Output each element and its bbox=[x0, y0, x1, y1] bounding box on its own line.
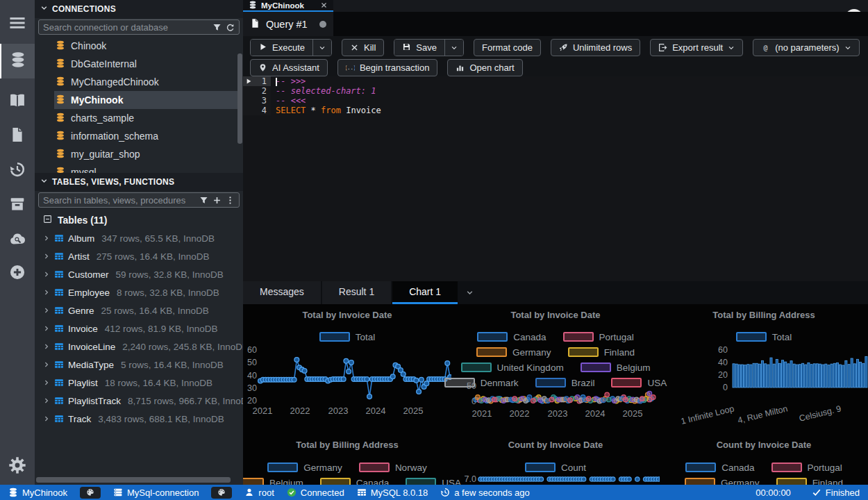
rail-add-circle-button[interactable] bbox=[0, 258, 35, 289]
connections-search-wrap bbox=[35, 18, 243, 37]
toolbar-unlimited-rows-button[interactable]: Unlimited rows bbox=[551, 39, 640, 56]
rail-menu-button[interactable] bbox=[0, 9, 35, 40]
statusbar-mychinook[interactable]: MyChinook bbox=[8, 488, 67, 498]
tables-group-label: Tables (11) bbox=[58, 215, 107, 226]
table-row-artist[interactable]: Artist275 rows, 16.4 KB, InnoDB bbox=[43, 247, 243, 265]
kebab-menu-icon[interactable] bbox=[226, 196, 235, 205]
add-icon[interactable] bbox=[212, 196, 222, 205]
table-name: Track bbox=[68, 414, 91, 424]
result-tab-result-1[interactable]: Result 1 bbox=[322, 281, 391, 304]
chevron-right-icon[interactable] bbox=[43, 325, 50, 332]
button-label: Kill bbox=[364, 42, 376, 53]
toolbar-ai-assistant-button[interactable]: AI Assistant bbox=[250, 59, 328, 76]
svg-text:4, Rue Milton: 4, Rue Milton bbox=[737, 403, 789, 425]
refresh-icon[interactable] bbox=[226, 23, 235, 32]
code-segment: -- <<< bbox=[276, 96, 306, 106]
filter-icon[interactable] bbox=[212, 23, 222, 32]
rail-archive-button[interactable] bbox=[0, 190, 35, 221]
toolbar-kill-button[interactable]: Kill bbox=[342, 39, 384, 56]
chevron-right-icon[interactable] bbox=[43, 397, 50, 404]
toolbar-save-button[interactable]: Save bbox=[394, 40, 444, 56]
connection-item-mysql[interactable]: mysql bbox=[54, 163, 243, 173]
result-tab-chart-1[interactable]: Chart 1 bbox=[392, 281, 458, 304]
result-tab-label: Messages bbox=[260, 286, 304, 297]
result-tab-messages[interactable]: Messages bbox=[243, 281, 321, 304]
tables-group-row[interactable]: Tables (11) bbox=[43, 210, 243, 229]
table-icon bbox=[54, 342, 64, 351]
table-row-album[interactable]: Album347 rows, 65.5 KB, InnoDB bbox=[43, 229, 243, 247]
button-label: AI Assistant bbox=[272, 62, 319, 73]
table-row-track[interactable]: Track3,483 rows, 688.1 KB, InnoDB bbox=[43, 410, 243, 428]
code-segment: * bbox=[306, 106, 321, 115]
tab-query-1[interactable]: Query #1 bbox=[243, 12, 333, 36]
connection-item-charts_sample[interactable]: charts_sample bbox=[54, 109, 243, 127]
connection-item-mychangedchinook[interactable]: MyChangedChinook bbox=[54, 73, 243, 91]
result-tab-label: Result 1 bbox=[339, 286, 374, 297]
chevron-right-icon[interactable] bbox=[43, 289, 50, 296]
filter-icon[interactable] bbox=[199, 196, 208, 205]
chevron-right-icon[interactable] bbox=[43, 343, 50, 350]
table-row-playlist[interactable]: Playlist18 rows, 16.4 KB, InnoDB bbox=[43, 374, 243, 392]
connection-item-dbgateinternal[interactable]: DbGateInternal bbox=[54, 55, 243, 73]
connections-header[interactable]: CONNECTIONS bbox=[35, 0, 243, 18]
tables-hscrollbar-thumb[interactable] bbox=[36, 477, 231, 483]
table-name: PlaylistTrack bbox=[68, 396, 121, 406]
chevron-right-icon[interactable] bbox=[43, 271, 50, 278]
table-row-mediatype[interactable]: MediaType5 rows, 16.4 KB, InnoDB bbox=[43, 356, 243, 374]
table-row-genre[interactable]: Genre25 rows, 16.4 KB, InnoDB bbox=[43, 301, 243, 319]
legend-swatch bbox=[525, 462, 556, 472]
table-row-customer[interactable]: Customer59 rows, 32.8 KB, InnoDB bbox=[43, 265, 243, 283]
toolbar-execute-button-dropdown[interactable] bbox=[312, 40, 331, 56]
chevron-right-icon[interactable] bbox=[43, 379, 50, 386]
result-tabs-chevron-down-icon[interactable] bbox=[459, 281, 481, 304]
table-icon bbox=[54, 233, 64, 243]
connection-item-information_schema[interactable]: information_schema bbox=[54, 127, 243, 145]
button-label: Begin transaction bbox=[360, 62, 429, 73]
toolbar-save-button-dropdown[interactable] bbox=[444, 40, 463, 56]
rail-file-button[interactable] bbox=[0, 121, 35, 151]
statusbar-color-badge[interactable] bbox=[80, 487, 101, 499]
sql-editor[interactable]: 1-- >>>2-- selected-chart: 13-- <<<4SELE… bbox=[243, 76, 868, 281]
database-icon bbox=[249, 1, 257, 10]
close-icon[interactable] bbox=[320, 1, 328, 9]
connection-item-mychinook[interactable]: MyChinook bbox=[54, 91, 240, 109]
legend-swatch bbox=[477, 332, 508, 342]
run-line-play-icon[interactable] bbox=[243, 78, 254, 85]
chevron-right-icon[interactable] bbox=[43, 307, 50, 314]
chart-title: Total by Billing Address bbox=[243, 440, 451, 450]
chevron-right-icon[interactable] bbox=[43, 415, 50, 422]
rail-cloud-search-button[interactable] bbox=[0, 225, 35, 256]
connections-search-input[interactable] bbox=[43, 22, 208, 33]
rail-book-button[interactable] bbox=[0, 87, 35, 117]
tables-header[interactable]: TABLES, VIEWS, FUNCTIONS bbox=[35, 173, 243, 191]
rail-history-button[interactable] bbox=[0, 156, 35, 186]
chevron-right-icon[interactable] bbox=[43, 361, 50, 368]
table-row-invoice[interactable]: Invoice412 rows, 81.9 KB, InnoDB bbox=[43, 319, 243, 338]
bar-chart-canvas: 02040601 Infinite Loop4, Rue MiltonCelsi… bbox=[660, 344, 868, 433]
table-row-playlisttrack[interactable]: PlaylistTrack8,715 rows, 966.7 KB, InnoD… bbox=[43, 392, 243, 410]
legend-swatch bbox=[736, 332, 767, 342]
rail-settings-button[interactable] bbox=[0, 451, 35, 482]
connection-label: my_guitar_shop bbox=[71, 149, 140, 160]
connection-item-chinook[interactable]: Chinook bbox=[54, 37, 243, 55]
statusbar-color-badge[interactable] bbox=[211, 487, 232, 499]
toolbar-open-chart-button[interactable]: Open chart bbox=[447, 59, 522, 76]
chevron-right-icon[interactable] bbox=[43, 235, 50, 242]
toolbar-format-code-button[interactable]: Format code bbox=[474, 39, 541, 56]
table-row-employee[interactable]: Employee8 rows, 32.8 KB, InnoDB bbox=[43, 283, 243, 301]
line-chart-canvas: 203040506020212022202320242025 bbox=[243, 346, 451, 433]
chevron-right-icon[interactable] bbox=[43, 253, 50, 260]
connection-item-my_guitar_shop[interactable]: my_guitar_shop bbox=[54, 145, 243, 163]
connections-scrollbar[interactable] bbox=[237, 53, 242, 144]
chevron-down-icon bbox=[40, 4, 48, 14]
toolbar-execute-button[interactable]: Execute bbox=[251, 40, 312, 56]
tab-mychinook[interactable]: MyChinook bbox=[243, 0, 333, 12]
tables-search-input[interactable] bbox=[43, 195, 195, 206]
toolbar-no-parameters-button[interactable]: @(no parameters) bbox=[753, 39, 859, 56]
statusbar-mysql-connection[interactable]: MySql-connection bbox=[113, 488, 199, 498]
chart-title: Count by Invoice Date bbox=[660, 440, 868, 450]
table-row-invoiceline[interactable]: InvoiceLine2,240 rows, 245.8 KB, InnoDB bbox=[43, 338, 243, 356]
toolbar-begin-transaction-button[interactable]: {..}Begin transaction bbox=[337, 59, 437, 76]
rail-database-button[interactable] bbox=[0, 44, 35, 78]
toolbar-export-result-button[interactable]: Export result bbox=[650, 39, 743, 56]
